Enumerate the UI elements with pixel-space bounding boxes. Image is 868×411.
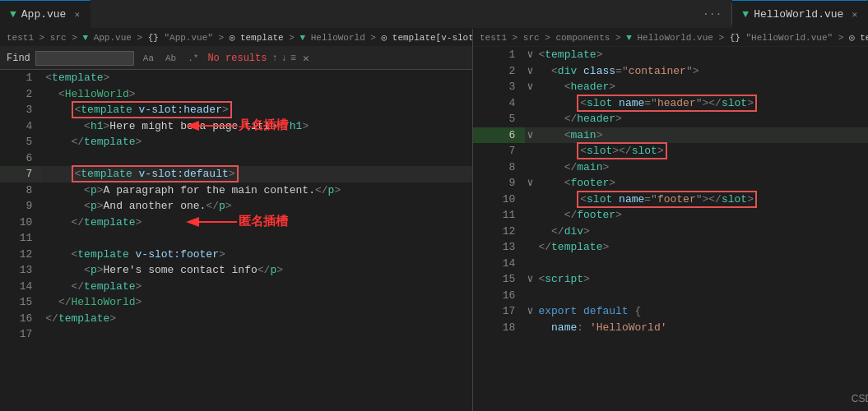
- right-line-15: 15 ∨ <script>: [473, 271, 868, 288]
- find-toggle[interactable]: ≡: [290, 53, 296, 64]
- right-line-num-18: 18: [473, 320, 525, 336]
- find-next[interactable]: ↓: [281, 53, 287, 64]
- line-num-12: 12: [0, 247, 42, 263]
- right-breadcrumb: test1 > src > components > ▼ HelloWorld.…: [473, 29, 868, 47]
- fold-12: [525, 224, 535, 240]
- right-line-content-5: </header>: [535, 111, 868, 127]
- line-num-15: 15: [0, 294, 42, 311]
- find-label: Find: [7, 53, 30, 64]
- line-content-2: <HelloWorld>: [42, 86, 472, 103]
- tab-label-right: HelloWorld.vue: [754, 8, 843, 21]
- line-15: 15 </HelloWorld>: [0, 294, 472, 311]
- right-line-9: 9 ∨ <footer>: [473, 175, 868, 192]
- line-content-5: </template>: [42, 134, 472, 150]
- right-line-content-16: [535, 288, 868, 304]
- line-content-7: <template v-slot:default>: [42, 166, 472, 182]
- line-num-1: 1: [0, 70, 42, 86]
- line-num-8: 8: [0, 182, 42, 199]
- right-line-content-6: <main>: [535, 127, 868, 144]
- left-code-scroll[interactable]: 1 <template> 2 <HelloWorld> 3 <template …: [0, 70, 472, 343]
- find-close[interactable]: ✕: [303, 52, 309, 65]
- fold-10: [525, 192, 535, 208]
- right-line-content-9: <footer>: [535, 175, 868, 192]
- line-content-4: <h1>Here might be a page title</h1>: [42, 118, 472, 135]
- line-17: 17: [0, 326, 472, 343]
- right-line-num-4: 4: [473, 95, 525, 112]
- right-line-num-12: 12: [473, 224, 525, 240]
- fold-2: ∨: [525, 63, 535, 80]
- fold-6: ∨: [525, 127, 535, 144]
- tab-label-left: App.vue: [21, 8, 67, 21]
- right-line-num-2: 2: [473, 63, 525, 80]
- line-num-16: 16: [0, 311, 42, 327]
- find-input[interactable]: [35, 51, 134, 66]
- fold-5: [525, 111, 535, 127]
- fold-9: ∨: [525, 175, 535, 192]
- line-num-9: 9: [0, 198, 42, 215]
- right-line-content-10: <slot name="footer"></slot>: [535, 192, 868, 208]
- right-line-16: 16: [473, 288, 868, 304]
- line-10: 10 </template>: [0, 215, 472, 231]
- right-line-content-1: <template>: [535, 47, 868, 63]
- line-num-6: 6: [0, 150, 42, 167]
- right-line-12: 12 </div>: [473, 224, 868, 240]
- right-line-content-3: <header>: [535, 79, 868, 95]
- tab-close-right[interactable]: ✕: [852, 9, 857, 20]
- line-4: 4 <h1>Here might be a page title</h1>: [0, 118, 472, 135]
- right-line-num-7: 7: [473, 143, 525, 159]
- line-num-13: 13: [0, 262, 42, 279]
- vue-icon-left: ▼: [10, 8, 16, 21]
- right-line-10: 10 <slot name="footer"></slot>: [473, 192, 868, 208]
- fold-3: ∨: [525, 79, 535, 95]
- right-code-scroll[interactable]: 1 ∨ <template> 2 ∨ <div class="container…: [473, 47, 868, 335]
- tab-close-left[interactable]: ✕: [74, 9, 80, 20]
- line-7: 7 <template v-slot:default>: [0, 166, 472, 182]
- fold-8: [525, 159, 535, 176]
- find-case-sensitive[interactable]: Aa: [139, 52, 158, 65]
- right-line-7: 7 <slot></slot>: [473, 143, 868, 159]
- line-content-13: <p>Here's some contact info</p>: [42, 262, 472, 279]
- tab-app-vue[interactable]: ▼ App.vue ✕: [0, 0, 91, 28]
- right-line-num-1: 1: [473, 47, 525, 63]
- tab-ellipsis-left[interactable]: ···: [693, 0, 731, 28]
- right-line-num-17: 17: [473, 303, 525, 320]
- right-line-num-13: 13: [473, 239, 525, 256]
- fold-18: [525, 320, 535, 336]
- editor-panes: test1 > src > ▼ App.vue > {} "App.vue" >…: [0, 29, 868, 411]
- line-5: 5 </template>: [0, 134, 472, 150]
- fold-16: [525, 288, 535, 304]
- line-num-2: 2: [0, 86, 42, 103]
- find-regex[interactable]: .*: [183, 52, 202, 65]
- line-16: 16 </template>: [0, 311, 472, 327]
- fold-11: [525, 207, 535, 224]
- line-13: 13 <p>Here's some contact info</p>: [0, 262, 472, 279]
- line-num-17: 17: [0, 326, 42, 343]
- right-line-2: 2 ∨ <div class="container">: [473, 63, 868, 80]
- vue-icon-right: ▼: [742, 8, 749, 21]
- tab-helloworld-vue[interactable]: ▼ HelloWorld.vue ✕: [732, 0, 868, 28]
- right-line-content-8: </main>: [535, 159, 868, 176]
- find-prev[interactable]: ↑: [272, 53, 277, 64]
- left-code-area: 1 <template> 2 <HelloWorld> 3 <template …: [0, 70, 472, 411]
- line-content-10: </template>: [42, 215, 472, 231]
- right-line-content-12: </div>: [535, 224, 868, 240]
- line-num-3: 3: [0, 102, 42, 118]
- right-line-num-9: 9: [473, 175, 525, 192]
- find-bar: Find Aa Ab .* No results ↑ ↓ ≡ ✕: [0, 47, 472, 70]
- right-line-num-5: 5: [473, 111, 525, 127]
- right-line-3: 3 ∨ <header>: [473, 79, 868, 95]
- line-2: 2 <HelloWorld>: [0, 86, 472, 103]
- right-line-content-15: <script>: [535, 271, 868, 288]
- line-content-15: </HelloWorld>: [42, 294, 472, 311]
- fold-15: ∨: [525, 271, 535, 288]
- right-line-1: 1 ∨ <template>: [473, 47, 868, 63]
- line-content-1: <template>: [42, 70, 472, 86]
- right-line-num-16: 16: [473, 288, 525, 304]
- line-content-16: </template>: [42, 311, 472, 327]
- right-line-num-11: 11: [473, 207, 525, 224]
- right-line-content-11: </footer>: [535, 207, 868, 224]
- line-3: 3 <template v-slot:header>: [0, 102, 472, 118]
- right-line-content-2: <div class="container">: [535, 63, 868, 80]
- find-whole-word[interactable]: Ab: [161, 52, 180, 65]
- right-line-content-17: export default {: [535, 303, 868, 320]
